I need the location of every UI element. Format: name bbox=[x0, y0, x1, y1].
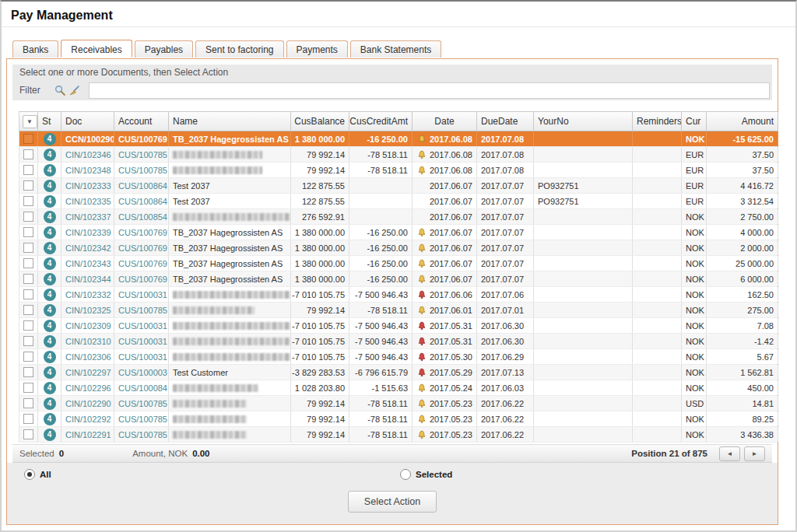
header-select[interactable]: ▼ bbox=[19, 112, 38, 131]
account-link[interactable]: CUS/100785 bbox=[118, 430, 167, 439]
header-doc[interactable]: Doc bbox=[61, 112, 114, 131]
table-row[interactable]: 4CIN/102344CUS/100769TB_2037 Hagegrossis… bbox=[19, 271, 778, 287]
doc-link[interactable]: CIN/102297 bbox=[65, 368, 111, 377]
row-checkbox[interactable] bbox=[23, 289, 33, 299]
row-checkbox[interactable] bbox=[23, 274, 33, 284]
row-checkbox[interactable] bbox=[23, 305, 33, 315]
table-row[interactable]: 4CIN/102306CUS/100031-7 010 105.75-7 500… bbox=[19, 349, 778, 365]
account-link[interactable]: CUS/100084 bbox=[118, 383, 167, 393]
doc-link[interactable]: CIN/102309 bbox=[65, 321, 111, 331]
doc-link[interactable]: CIN/102342 bbox=[65, 243, 111, 253]
account-link[interactable]: CUS/100003 bbox=[118, 368, 167, 377]
doc-link[interactable]: CIN/102325 bbox=[65, 306, 111, 315]
row-checkbox[interactable] bbox=[23, 196, 33, 206]
doc-link[interactable]: CIN/102343 bbox=[65, 259, 111, 268]
table-row[interactable]: 4CIN/102292CUS/10078579 992.14-78 518.11… bbox=[19, 411, 778, 427]
radio-selected[interactable]: Selected bbox=[400, 469, 452, 480]
tab-bank-statements[interactable]: Bank Statements bbox=[350, 40, 441, 58]
account-link[interactable]: CUS/100031 bbox=[118, 337, 167, 346]
filter-input[interactable] bbox=[89, 82, 770, 99]
row-checkbox[interactable] bbox=[23, 258, 33, 268]
table-row[interactable]: 4CIN/102335CUS/100864Test 2037122 875.55… bbox=[19, 194, 778, 209]
account-link[interactable]: CUS/100785 bbox=[118, 306, 167, 315]
row-checkbox[interactable] bbox=[23, 227, 33, 237]
account-link[interactable]: CUS/100854 bbox=[118, 212, 167, 222]
table-row[interactable]: 4CCN/100290CUS/100769TB_2037 Hagegrossis… bbox=[19, 131, 778, 147]
account-link[interactable]: CUS/100864 bbox=[118, 181, 167, 191]
table-row[interactable]: 4CIN/102342CUS/100769TB_2037 Hagegrossis… bbox=[19, 240, 778, 256]
doc-link[interactable]: CIN/102306 bbox=[65, 352, 111, 362]
tab-banks[interactable]: Banks bbox=[12, 40, 58, 58]
row-checkbox[interactable] bbox=[23, 429, 33, 439]
account-link[interactable]: CUS/100864 bbox=[118, 197, 167, 206]
account-link[interactable]: CUS/100785 bbox=[118, 399, 167, 408]
table-row[interactable]: 4CIN/102309CUS/100031-7 010 105.75-7 500… bbox=[19, 318, 778, 334]
doc-link[interactable]: CIN/102346 bbox=[65, 150, 111, 159]
doc-link[interactable]: CIN/102348 bbox=[65, 166, 111, 175]
header-cur[interactable]: Cur bbox=[682, 112, 707, 131]
doc-link[interactable]: CIN/102344 bbox=[65, 275, 111, 284]
account-link[interactable]: CUS/100785 bbox=[118, 166, 167, 175]
account-link[interactable]: CUS/100031 bbox=[118, 352, 167, 362]
tab-payments[interactable]: Payments bbox=[286, 40, 348, 58]
doc-link[interactable]: CIN/102292 bbox=[65, 415, 111, 424]
header-cuscreditamt[interactable]: CusCreditAmt bbox=[349, 112, 413, 131]
doc-link[interactable]: CIN/102332 bbox=[65, 290, 111, 299]
tab-sent-to-factoring[interactable]: Sent to factoring bbox=[195, 40, 283, 58]
header-amount[interactable]: Amount bbox=[707, 112, 778, 131]
doc-link[interactable]: CIN/102333 bbox=[65, 181, 111, 191]
table-row[interactable]: 4CIN/102332CUS/100031-7 010 105.75-7 500… bbox=[19, 287, 778, 303]
pager-next-button[interactable]: ► bbox=[744, 446, 765, 461]
row-checkbox[interactable] bbox=[23, 367, 33, 377]
pager-prev-button[interactable]: ◄ bbox=[719, 446, 740, 461]
select-all-dropdown[interactable]: ▼ bbox=[23, 115, 37, 128]
search-icon[interactable] bbox=[53, 85, 67, 96]
row-checkbox[interactable] bbox=[23, 180, 33, 191]
tab-payables[interactable]: Payables bbox=[135, 40, 193, 58]
doc-link[interactable]: CIN/102335 bbox=[65, 197, 111, 206]
row-checkbox[interactable] bbox=[23, 414, 33, 424]
row-checkbox[interactable] bbox=[23, 165, 33, 175]
row-checkbox[interactable] bbox=[23, 212, 33, 222]
table-row[interactable]: 4CIN/102333CUS/100864Test 2037122 875.55… bbox=[19, 178, 778, 194]
row-checkbox[interactable] bbox=[23, 352, 33, 362]
account-link[interactable]: CUS/100769 bbox=[118, 243, 167, 253]
account-link[interactable]: CUS/100785 bbox=[118, 150, 167, 159]
table-row[interactable]: 4CIN/102291CUS/10078579 992.14-78 518.11… bbox=[19, 427, 778, 443]
header-account[interactable]: Account bbox=[114, 112, 169, 131]
doc-link[interactable]: CIN/102296 bbox=[65, 383, 111, 393]
row-checkbox[interactable] bbox=[23, 134, 33, 144]
header-date[interactable]: Date bbox=[413, 112, 477, 131]
header-st[interactable]: St bbox=[38, 112, 61, 131]
row-checkbox[interactable] bbox=[23, 336, 33, 346]
row-checkbox[interactable] bbox=[23, 383, 33, 393]
row-checkbox[interactable] bbox=[23, 149, 33, 159]
account-link[interactable]: CUS/100769 bbox=[118, 135, 167, 144]
account-link[interactable]: CUS/100031 bbox=[118, 290, 167, 299]
header-yourno[interactable]: YourNo bbox=[534, 112, 633, 131]
header-duedate[interactable]: DueDate bbox=[477, 112, 534, 131]
select-action-button[interactable]: Select Action bbox=[348, 491, 437, 513]
doc-link[interactable]: CIN/102290 bbox=[65, 399, 111, 408]
radio-all[interactable]: All bbox=[24, 469, 51, 480]
account-link[interactable]: CUS/100769 bbox=[118, 228, 167, 237]
account-link[interactable]: CUS/100785 bbox=[118, 415, 167, 424]
table-row[interactable]: 4CIN/102290CUS/10078579 992.14-78 518.11… bbox=[19, 396, 778, 411]
row-checkbox[interactable] bbox=[23, 243, 33, 253]
table-row[interactable]: 4CIN/102337CUS/100854276 592.912017.06.0… bbox=[19, 209, 778, 225]
doc-link[interactable]: CCN/100290 bbox=[65, 135, 114, 144]
table-row[interactable]: 4CIN/102348CUS/10078579 992.14-78 518.11… bbox=[19, 163, 778, 178]
table-row[interactable]: 4CIN/102343CUS/100769TB_2037 Hagegrossis… bbox=[19, 256, 778, 271]
account-link[interactable]: CUS/100769 bbox=[118, 275, 167, 284]
doc-link[interactable]: CIN/102310 bbox=[65, 337, 111, 346]
row-checkbox[interactable] bbox=[23, 320, 33, 331]
clear-filter-broom-icon[interactable] bbox=[67, 85, 81, 96]
account-link[interactable]: CUS/100031 bbox=[118, 321, 167, 331]
row-checkbox[interactable] bbox=[23, 398, 33, 408]
table-row[interactable]: 4CIN/102325CUS/10078579 992.14-78 518.11… bbox=[19, 303, 778, 318]
tab-receivables[interactable]: Receivables bbox=[61, 40, 132, 58]
table-row[interactable]: 4CIN/102296CUS/1000841 028 203.80-1 515.… bbox=[19, 380, 778, 396]
table-row[interactable]: 4CIN/102297CUS/100003Test Customer-3 829… bbox=[19, 365, 778, 380]
header-name[interactable]: Name bbox=[169, 112, 291, 131]
header-cusbalance[interactable]: CusBalance bbox=[291, 112, 349, 131]
